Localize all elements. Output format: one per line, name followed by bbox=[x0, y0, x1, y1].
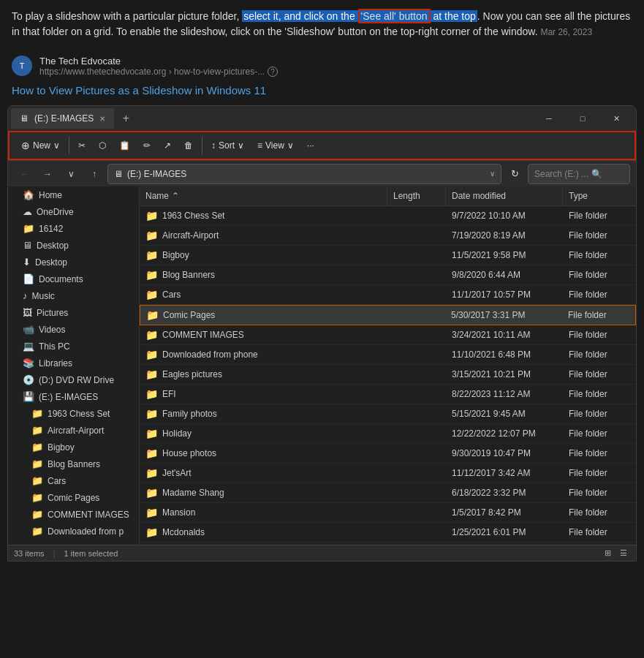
table-row[interactable]: 📁 Blog Banners 9/8/2020 6:44 AM File fol… bbox=[140, 265, 636, 285]
table-row[interactable]: 📁 Holiday 12/22/2022 12:07 PM File folde… bbox=[140, 424, 636, 444]
source-icon: T bbox=[12, 56, 32, 76]
table-row[interactable]: 📁 House photos 9/30/2019 10:47 PM File f… bbox=[140, 444, 636, 464]
sidebar-item-home[interactable]: 🏠Home bbox=[8, 186, 139, 203]
sidebar-item-(d:)-dvd-rw-drive[interactable]: 💿(D:) DVD RW Drive bbox=[8, 371, 139, 388]
sidebar-item-aircraft-airport[interactable]: 📁Aircraft-Airport bbox=[8, 422, 139, 439]
table-row[interactable]: 📁 Bigboy 11/5/2021 9:58 PM File folder bbox=[140, 246, 636, 265]
refresh-button[interactable]: ↻ bbox=[504, 164, 525, 184]
sidebar-item-icon: 📁 bbox=[31, 408, 43, 419]
file-type-cell: File folder bbox=[563, 385, 636, 404]
table-row[interactable]: 📁 Downloaded from phone 11/10/2021 6:48 … bbox=[140, 345, 636, 365]
col-header-date[interactable]: Date modified bbox=[446, 186, 563, 205]
new-button[interactable]: ⊕ New ∨ bbox=[15, 135, 66, 156]
sidebar-item-icon: 📁 bbox=[31, 458, 43, 469]
list-view-button[interactable]: ⊞ bbox=[601, 547, 614, 560]
sidebar-item-(e:)-e-images[interactable]: 💾(E:) E-IMAGES bbox=[8, 388, 139, 405]
table-row[interactable]: 📁 Aircraft-Airport 7/19/2020 8:19 AM Fil… bbox=[140, 226, 636, 246]
help-icon[interactable]: ? bbox=[268, 67, 278, 77]
rename-button[interactable]: ✏ bbox=[137, 135, 156, 156]
search-box[interactable]: Search (E:) ... 🔍 bbox=[528, 164, 630, 184]
selected-count: 1 item selected bbox=[64, 549, 118, 558]
forward-button[interactable]: → bbox=[37, 164, 58, 184]
sidebar-item-label: Desktop bbox=[37, 241, 69, 251]
file-date-cell: 3/15/2021 10:21 PM bbox=[446, 365, 563, 384]
tab-close-button[interactable]: ✕ bbox=[99, 115, 105, 123]
sidebar-item-libraries[interactable]: 📚Libraries bbox=[8, 355, 139, 371]
table-row[interactable]: 📁 Family photos 5/15/2021 9:45 AM File f… bbox=[140, 404, 636, 424]
sidebar-item-icon: 📁 bbox=[31, 425, 43, 436]
table-row[interactable]: 📁 Medical 5/14/2020 3:04 AM File folder bbox=[140, 542, 636, 545]
sidebar-item-onedrive[interactable]: ☁OneDrive bbox=[8, 203, 139, 220]
table-row[interactable]: 📁 Mansion 1/5/2017 8:42 PM File folder bbox=[140, 503, 636, 523]
detail-view-button[interactable]: ☰ bbox=[617, 547, 630, 560]
maximize-button[interactable]: □ bbox=[566, 106, 599, 131]
view-label: View bbox=[265, 140, 284, 151]
sidebar-item-desktop[interactable]: 🖥Desktop bbox=[8, 237, 139, 254]
paste-button[interactable]: 📋 bbox=[113, 135, 136, 156]
sidebar-item-icon: 📹 bbox=[23, 324, 34, 335]
cut-button[interactable]: ✂ bbox=[72, 135, 91, 156]
back-button[interactable]: ← bbox=[14, 164, 34, 184]
file-length-cell bbox=[387, 404, 446, 423]
table-row[interactable]: 📁 Madame Shang 6/18/2022 3:32 PM File fo… bbox=[140, 483, 636, 503]
sidebar-item-videos[interactable]: 📹Videos bbox=[8, 321, 139, 338]
address-bar[interactable]: 🖥 (E:) E-IMAGES ∨ bbox=[107, 164, 501, 184]
table-row[interactable]: 📁 Comic Pages 5/30/2017 3:31 PM File fol… bbox=[140, 305, 636, 325]
sidebar-item-label: Cars bbox=[48, 476, 66, 486]
sidebar-item-cars[interactable]: 📁Cars bbox=[8, 472, 139, 489]
sidebar-item-this-pc[interactable]: 💻This PC bbox=[8, 338, 139, 355]
sidebar-item-downloaded-from-p[interactable]: 📁Downloaded from p bbox=[8, 523, 139, 540]
copy-button[interactable]: ⬡ bbox=[93, 135, 112, 156]
sidebar-item-1963-chess-set[interactable]: 📁1963 Chess Set bbox=[8, 405, 139, 422]
sidebar-item-comment-images[interactable]: 📁COMMENT IMAGES bbox=[8, 506, 139, 523]
table-row[interactable]: 📁 1963 Chess Set 9/7/2022 10:10 AM File … bbox=[140, 206, 636, 226]
file-type-cell: File folder bbox=[563, 483, 636, 502]
file-type-cell: File folder bbox=[563, 206, 636, 225]
share-button[interactable]: ↗ bbox=[158, 135, 177, 156]
sidebar-item-16142[interactable]: 📁16142 bbox=[8, 220, 139, 237]
col-header-name[interactable]: Name ⌃ bbox=[140, 186, 387, 205]
sidebar-item-icon: 📁 bbox=[31, 526, 43, 537]
sidebar-item-pictures[interactable]: 🖼Pictures bbox=[8, 304, 139, 321]
sidebar-item-blog-banners[interactable]: 📁Blog Banners bbox=[8, 455, 139, 472]
sidebar-item-label: Music bbox=[32, 291, 55, 301]
sidebar-item-bigboy[interactable]: 📁Bigboy bbox=[8, 439, 139, 455]
sidebar-item-comic-pages[interactable]: 📁Comic Pages bbox=[8, 489, 139, 506]
sidebar-item-music[interactable]: ♪Music bbox=[8, 287, 139, 304]
table-row[interactable]: 📁 Jet'sArt 11/12/2017 3:42 AM File folde… bbox=[140, 464, 636, 483]
sidebar-item-desktop[interactable]: ⬇Desktop bbox=[8, 254, 139, 271]
sidebar-item-icon: ♪ bbox=[23, 290, 28, 301]
view-button[interactable]: ≡ View ∨ bbox=[251, 135, 300, 156]
table-row[interactable]: 📁 Cars 11/1/2017 10:57 PM File folder bbox=[140, 285, 636, 305]
source-name: The Tech Edvocate bbox=[39, 56, 278, 67]
col-header-length[interactable]: Length bbox=[387, 186, 446, 205]
file-length-cell bbox=[387, 325, 446, 344]
address-dropdown[interactable]: ∨ bbox=[490, 170, 495, 178]
new-tab-button[interactable]: + bbox=[117, 110, 135, 127]
file-name: Blog Banners bbox=[162, 270, 215, 280]
article-link[interactable]: How to View Pictures as a Slideshow in W… bbox=[0, 81, 644, 104]
up-button[interactable]: ↑ bbox=[84, 164, 105, 184]
active-tab[interactable]: 🖥 (E:) E-IMAGES ✕ bbox=[11, 108, 114, 129]
recent-button[interactable]: ∨ bbox=[61, 164, 81, 184]
view-buttons: ⊞ ☰ bbox=[601, 547, 630, 560]
minimize-button[interactable]: ─ bbox=[532, 106, 566, 131]
close-button[interactable]: ✕ bbox=[599, 106, 633, 131]
file-type-cell: File folder bbox=[563, 444, 636, 463]
sidebar-item-label: (E:) E-IMAGES bbox=[39, 392, 98, 402]
sidebar-item-icon: 🖼 bbox=[23, 307, 32, 318]
file-date-cell: 9/30/2019 10:47 PM bbox=[446, 444, 563, 463]
status-bar: 33 items | 1 item selected ⊞ ☰ bbox=[8, 545, 636, 561]
table-row[interactable]: 📁 EFI 8/22/2023 11:12 AM File folder bbox=[140, 385, 636, 404]
table-row[interactable]: 📁 Eagles pictures 3/15/2021 10:21 PM Fil… bbox=[140, 365, 636, 385]
col-header-type[interactable]: Type bbox=[563, 186, 636, 205]
table-row[interactable]: 📁 COMMENT IMAGES 3/24/2021 10:11 AM File… bbox=[140, 325, 636, 345]
table-row[interactable]: 📁 Mcdonalds 1/25/2021 6:01 PM File folde… bbox=[140, 523, 636, 542]
sidebar-item-documents[interactable]: 📄Documents bbox=[8, 271, 139, 287]
sort-button[interactable]: ↕ Sort ∨ bbox=[205, 135, 250, 156]
more-button[interactable]: ··· bbox=[301, 135, 320, 156]
delete-button[interactable]: 🗑 bbox=[178, 135, 199, 156]
cut-icon: ✂ bbox=[78, 140, 86, 151]
explorer-window: 🖥 (E:) E-IMAGES ✕ + ─ □ ✕ ⊕ New ∨ ✂ ⬡ 📋 bbox=[7, 105, 637, 561]
toolbar-sep-1 bbox=[69, 137, 69, 154]
